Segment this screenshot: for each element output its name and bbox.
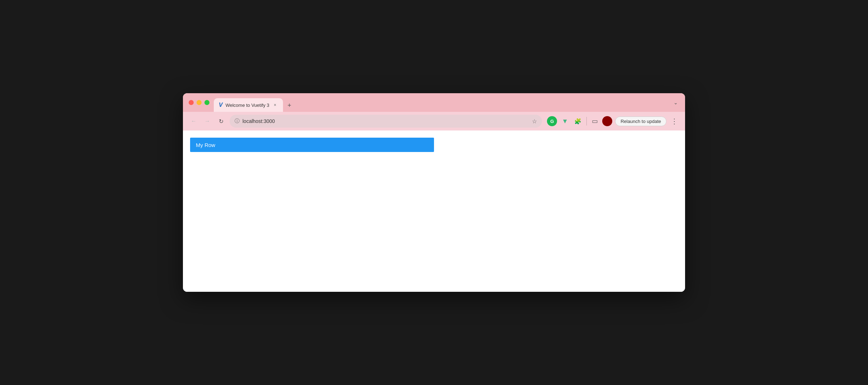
grammarly-extension-icon[interactable]: G <box>547 116 557 126</box>
extensions-icon[interactable]: 🧩 <box>573 116 583 126</box>
more-options-button[interactable]: ⋮ <box>669 117 679 125</box>
address-bar: ← → ↻ ⓘ localhost:3000 ☆ G ▼ 🧩 ▭ Relaunc… <box>183 112 685 130</box>
extensions-area: G ▼ 🧩 ▭ Relaunch to update ⋮ <box>547 116 679 127</box>
bookmark-icon[interactable]: ☆ <box>532 118 537 125</box>
tab-favicon: V <box>219 102 223 108</box>
tab-close-button[interactable]: × <box>272 102 278 108</box>
forward-button[interactable]: → <box>202 116 212 126</box>
maximize-button[interactable] <box>204 100 209 105</box>
toolbar-divider <box>586 117 587 125</box>
page-content: My Row <box>183 130 685 292</box>
close-button[interactable] <box>189 100 194 105</box>
sidebar-toggle-button[interactable]: ▭ <box>590 116 599 127</box>
traffic-lights <box>189 100 209 105</box>
title-bar-right: ⌄ <box>671 98 685 108</box>
row-text: My Row <box>196 142 215 148</box>
active-tab[interactable]: V Welcome to Vuetify 3 × <box>214 98 283 112</box>
my-row: My Row <box>190 138 434 152</box>
address-bar-input[interactable]: ⓘ localhost:3000 ☆ <box>230 115 542 128</box>
vuejs-devtools-icon[interactable]: ▼ <box>560 116 570 126</box>
tab-title: Welcome to Vuetify 3 <box>226 103 269 108</box>
collapse-button[interactable]: ⌄ <box>671 98 681 108</box>
new-tab-button[interactable]: + <box>284 100 294 110</box>
browser-window: V Welcome to Vuetify 3 × + ⌄ ← → ↻ ⓘ loc… <box>183 93 685 292</box>
reload-button[interactable]: ↻ <box>216 116 226 126</box>
title-bar: V Welcome to Vuetify 3 × + ⌄ <box>183 93 685 112</box>
profile-avatar[interactable] <box>602 116 612 126</box>
minimize-button[interactable] <box>197 100 202 105</box>
info-icon: ⓘ <box>235 118 240 124</box>
relaunch-button[interactable]: Relaunch to update <box>615 117 666 126</box>
back-button[interactable]: ← <box>189 116 199 126</box>
tab-bar: V Welcome to Vuetify 3 × + <box>214 93 671 112</box>
url-display: localhost:3000 <box>242 118 529 124</box>
